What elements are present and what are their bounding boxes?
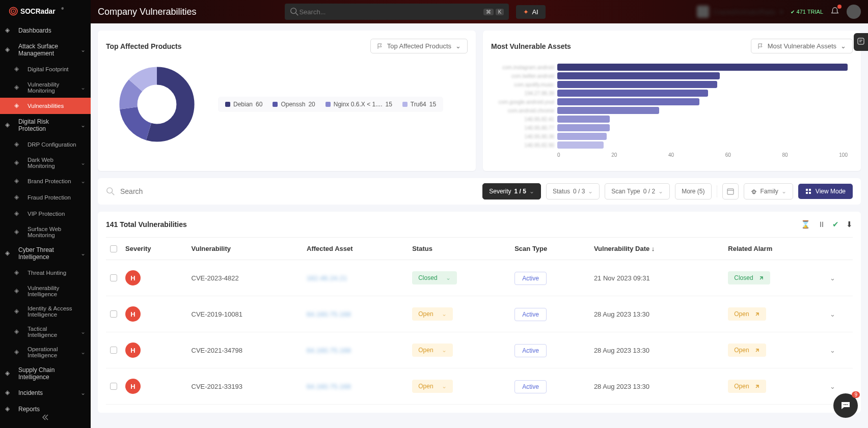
- download-icon[interactable]: ⬇: [846, 220, 853, 229]
- svg-rect-14: [727, 189, 734, 194]
- status-chip[interactable]: Open ⌄: [412, 380, 452, 393]
- nav-item-threat-hunting[interactable]: ◈Threat Hunting: [0, 265, 91, 281]
- nav-item-identity-access-intelligence[interactable]: ◈Identity & Access Intelligence: [0, 301, 91, 322]
- nav-label: Supply Chain Intelligence: [18, 366, 86, 381]
- row-checkbox[interactable]: [110, 274, 117, 281]
- col-vulnerability-date[interactable]: Vulnerability Date ↓: [590, 238, 724, 260]
- nav-label: Vulnerabilities: [28, 103, 64, 109]
- vip-icon: ◈: [14, 210, 22, 218]
- ai-button[interactable]: ✦ AI: [516, 5, 545, 19]
- severity-badge: H: [125, 270, 141, 286]
- filter-severity[interactable]: Severity 1 / 5 ⌄: [482, 183, 541, 199]
- nav-item-vip-protection[interactable]: ◈VIP Protection: [0, 206, 91, 222]
- global-search[interactable]: ⌘ K: [285, 4, 509, 20]
- alarm-chip[interactable]: Open: [728, 344, 766, 357]
- nav-item-surface-web-monitoring[interactable]: ◈Surface Web Monitoring: [0, 222, 91, 242]
- table-total-label: 141 Total Vulnerabilities: [106, 220, 187, 229]
- col-vulnerability[interactable]: Vulnerability: [187, 238, 303, 260]
- col-scan-type[interactable]: Scan Type: [510, 238, 590, 260]
- bar-fill: [557, 81, 717, 88]
- feedback-tab[interactable]: [854, 33, 868, 51]
- card-selector[interactable]: Top Affected Products ⌄: [370, 39, 468, 53]
- col-status[interactable]: Status: [408, 238, 510, 260]
- sidebar: SOCRadar ® ◈Dashboards◈Attack Surface Ma…: [0, 0, 91, 428]
- table-search[interactable]: [106, 187, 477, 196]
- calendar-icon: [727, 188, 734, 195]
- bug-icon: ◈: [14, 102, 22, 110]
- select-all-checkbox[interactable]: [110, 245, 117, 252]
- col-severity[interactable]: Severity: [121, 238, 187, 260]
- notifications-button[interactable]: [830, 7, 839, 17]
- row-checkbox[interactable]: [110, 347, 117, 354]
- nav-item-dark-web-monitoring[interactable]: ◈Dark Web Monitoring⌄: [0, 153, 91, 173]
- filter-family[interactable]: Family ⌄: [744, 183, 793, 199]
- row-checkbox[interactable]: [110, 383, 117, 390]
- nav-label: Cyber Threat Intelligence: [18, 246, 75, 261]
- expand-row[interactable]: ⌄: [830, 274, 835, 282]
- status-chip[interactable]: Closed ⌄: [412, 271, 456, 284]
- status-chip[interactable]: Open ⌄: [412, 307, 452, 321]
- socradar-logo-icon: SOCRadar ®: [8, 5, 69, 17]
- nav-label: Dark Web Monitoring: [28, 157, 75, 169]
- nav-item-attack-surface-management[interactable]: ◈Attack Surface Management⌄: [0, 39, 91, 61]
- vulnerabilities-table-card: 141 Total Vulnerabilities ⌛ ⏸ ✔ ⬇ Severi…: [98, 212, 861, 413]
- status-chip[interactable]: Open ⌄: [412, 344, 452, 357]
- main: Company Vulnerabilities ⌘ K ✦ AI CrazedA…: [91, 0, 868, 428]
- tick: 100: [839, 152, 848, 158]
- row-checkbox[interactable]: [110, 310, 117, 318]
- search-icon: [106, 187, 115, 196]
- bar-chart: com.instagram.androidcom.twitter.android…: [491, 59, 853, 163]
- trial-badge: 471 TRIAL: [791, 9, 823, 15]
- nav-item-supply-chain-intelligence[interactable]: ◈Supply Chain Intelligence: [0, 362, 91, 385]
- col-related-alarm[interactable]: Related Alarm: [724, 238, 826, 260]
- chevron-down-icon: ⌄: [442, 383, 447, 390]
- hourglass-icon[interactable]: ⌛: [801, 220, 810, 229]
- expand-row[interactable]: ⌄: [830, 383, 835, 390]
- nav-item-dashboards[interactable]: ◈Dashboards: [0, 22, 91, 39]
- bar-row: com.instagram.android: [496, 64, 848, 71]
- filter-more[interactable]: More (5): [675, 183, 711, 199]
- nav-item-vulnerabilities[interactable]: ◈Vulnerabilities: [0, 98, 91, 114]
- expand-row[interactable]: ⌄: [830, 310, 835, 318]
- alarm-chip[interactable]: Open: [728, 307, 766, 321]
- card-title: Most Vulnerable Assets: [491, 42, 571, 50]
- nav-item-incidents[interactable]: ◈Incidents⌄: [0, 385, 91, 401]
- nav-item-digital-footprint[interactable]: ◈Digital Footprint: [0, 61, 91, 77]
- bar-label: com.android.chrome: [496, 108, 557, 113]
- org-selector[interactable]: CrazedAnimals/Radu ▾: [697, 6, 783, 18]
- nav-list: ◈Dashboards◈Attack Surface Management⌄◈D…: [0, 22, 91, 428]
- svg-rect-21: [809, 189, 811, 191]
- nav-item-cyber-threat-intelligence[interactable]: ◈Cyber Threat Intelligence⌄: [0, 242, 91, 265]
- filter-scantype[interactable]: Scan Type 0 / 2 ⌄: [605, 183, 670, 199]
- alarm-chip[interactable]: Open: [728, 380, 766, 393]
- bar-label: 194.27.88.39: [496, 91, 557, 96]
- expand-row[interactable]: ⌄: [830, 347, 835, 354]
- check-icon[interactable]: ✔: [832, 220, 839, 229]
- table-search-input[interactable]: [120, 187, 477, 195]
- card-selector[interactable]: Most Vulnerable Assets ⌄: [751, 39, 853, 53]
- col-affected-asset[interactable]: Affected Asset: [303, 238, 408, 260]
- svg-rect-22: [806, 192, 808, 194]
- user-avatar[interactable]: [847, 5, 861, 19]
- filter-status[interactable]: Status 0 / 3 ⌄: [546, 183, 600, 199]
- svg-line-6: [296, 13, 299, 16]
- chevron-down-icon: ⌄: [658, 188, 663, 195]
- tick: 0: [557, 152, 560, 158]
- brand-logo[interactable]: SOCRadar ®: [0, 0, 91, 22]
- filter-date[interactable]: [722, 183, 739, 199]
- chat-fab[interactable]: 9: [833, 393, 858, 418]
- nav-item-tactical-intelligence[interactable]: ◈Tactical Intelligence⌄: [0, 322, 91, 342]
- chevron-down-icon: ⌄: [455, 42, 461, 50]
- collapse-sidebar-button[interactable]: [0, 408, 91, 428]
- nav-item-fraud-protection[interactable]: ◈Fraud Protection: [0, 189, 91, 206]
- global-search-input[interactable]: [299, 8, 481, 16]
- alarm-chip[interactable]: Closed: [728, 271, 770, 284]
- nav-item-vulnerability-intelligence[interactable]: ◈Vulnerability Intelligence: [0, 281, 91, 301]
- nav-item-digital-risk-protection[interactable]: ◈Digital Risk Protection⌄: [0, 114, 91, 136]
- nav-item-operational-intelligence[interactable]: ◈Operational Intelligence⌄: [0, 342, 91, 362]
- nav-item-drp-configuration[interactable]: ◈DRP Configuration: [0, 136, 91, 153]
- view-mode-button[interactable]: View Mode: [798, 184, 853, 199]
- nav-item-brand-protection[interactable]: ◈Brand Protection⌄: [0, 173, 91, 189]
- nav-item-vulnerability-monitoring[interactable]: ◈Vulnerability Monitoring⌄: [0, 77, 91, 98]
- pause-icon[interactable]: ⏸: [818, 220, 825, 229]
